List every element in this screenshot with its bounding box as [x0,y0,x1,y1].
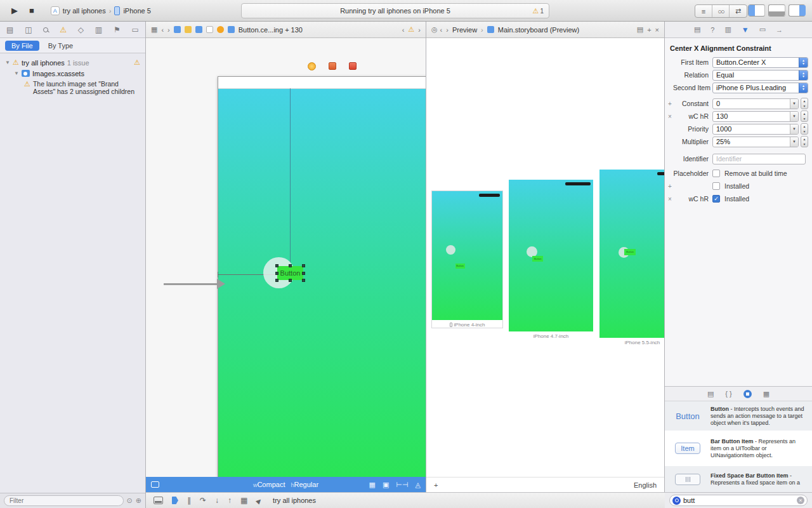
multiplier-combo[interactable]: 25% ▼ [712,137,799,147]
device-config-icon[interactable] [151,481,159,488]
folder-crumb-icon[interactable] [185,26,192,33]
resize-handle[interactable] [289,264,292,267]
hide-debug-area-icon[interactable] [154,497,163,504]
view-controller-icon[interactable] [308,62,316,70]
toggle-debug-area-button[interactable] [768,4,785,17]
resize-handle[interactable] [275,279,278,282]
remove-variation-icon[interactable]: × [667,113,673,120]
issue-count-badge[interactable]: ⚠ 1 [533,7,544,15]
symbol-navigator-icon[interactable]: ◫ [25,25,32,34]
breakpoints-toggle-icon[interactable] [172,497,178,504]
constant-combo[interactable]: 0 ▼ [712,98,799,109]
filter-recent-icon[interactable]: ⊙ [127,497,133,505]
storyboard-canvas[interactable]: Button [146,38,426,477]
assistant-editor-button[interactable]: ○○ [712,5,730,17]
file-inspector-icon[interactable]: ▤ [694,25,700,34]
assistant-mode-label[interactable]: Preview [452,26,477,34]
exit-segue-icon[interactable] [349,62,357,70]
issue-row[interactable]: ⚠ The launch image set "Brand Assets" ha… [3,79,143,95]
resize-handle[interactable] [302,272,305,275]
identifier-input[interactable] [712,154,806,164]
clear-search-icon[interactable]: × [797,497,804,504]
attributes-inspector-icon[interactable]: ▼ [742,25,749,34]
remove-variation-icon[interactable]: × [667,196,673,203]
constant-stepper[interactable]: ▲▼ [801,98,808,109]
second-item-popup[interactable]: iPhone 6 Plus.Leading ▲▼ [712,83,808,93]
version-editor-button[interactable]: ⇄ [730,5,747,17]
preview-language-button[interactable]: English [634,481,657,489]
run-button[interactable]: ▶ [11,6,18,15]
stack-icon[interactable]: ▦ [369,481,376,489]
priority-combo[interactable]: 1000 ▼ [712,124,799,135]
back-icon[interactable]: ‹ [440,26,443,34]
add-variation-icon[interactable]: + [667,183,673,190]
add-variation-icon[interactable]: + [667,100,673,107]
by-type-tab[interactable]: By Type [44,41,77,51]
identity-inspector-icon[interactable]: ▥ [724,25,731,34]
view-crumb-icon[interactable] [228,26,235,33]
file-template-library-icon[interactable]: ▤ [707,390,714,398]
project-crumb-icon[interactable] [174,26,181,33]
size-inspector-icon[interactable]: ▭ [759,25,766,34]
test-navigator-icon[interactable]: ◇ [78,25,84,34]
standard-editor-button[interactable]: ≡ [695,5,712,17]
gradient-view[interactable] [218,89,426,477]
filter-input[interactable] [4,495,124,506]
installed-variant-checkbox[interactable]: ✓ [712,195,720,203]
first-item-popup[interactable]: Button.Center X ▲▼ [712,57,808,68]
resize-handle[interactable] [275,264,278,267]
view-hierarchy-icon[interactable]: ▦ [240,496,247,505]
assistant-related-icon[interactable]: ◎ [431,25,436,34]
add-preview-device-button[interactable]: + [434,481,438,489]
library-item-fixed-space[interactable]: Fixed Space Bar Button Item - Represents… [665,466,812,492]
forward-icon[interactable]: › [446,26,449,34]
priority-stepper[interactable]: ▲▼ [801,123,808,135]
resize-handle[interactable] [289,279,292,282]
media-library-icon[interactable]: ▦ [763,390,769,398]
selected-ui-button[interactable]: Button [277,266,303,280]
scheme-selector[interactable]: A try all iphones › iPhone 5 [51,6,151,15]
multiplier-stepper[interactable]: ▲▼ [801,136,808,147]
resize-handle[interactable] [302,279,305,282]
constraint-crumb-label[interactable]: Button.ce...ing + 130 [239,26,303,34]
breakpoint-navigator-icon[interactable]: ⚑ [114,25,121,34]
resize-handle[interactable] [302,264,305,267]
align-icon[interactable]: ▣ [383,481,389,489]
jumpbar-warning-icon[interactable]: ⚠ [408,25,414,34]
view-controller-crumb-icon[interactable] [217,26,224,33]
disclosure-triangle-icon[interactable]: ▼ [5,60,10,65]
resize-handle[interactable] [275,272,278,275]
simulate-location-icon[interactable]: ▶ [255,496,263,504]
step-out-icon[interactable]: ↑ [228,496,232,505]
installed-checkbox[interactable] [712,182,720,190]
tracking-icon[interactable]: ▤ [637,25,643,34]
variant-constant-stepper[interactable]: ▲▼ [801,110,808,122]
asset-row[interactable]: ▼ Images.xcassets [3,68,143,79]
pause-icon[interactable]: ∥ [187,496,191,505]
storyboard-crumb-icon[interactable] [195,26,202,33]
assistant-file-label[interactable]: Main.storyboard (Preview) [498,26,579,34]
scheme-name[interactable]: try all iphones [63,7,106,15]
add-assistant-icon[interactable]: + [647,26,651,34]
stop-button[interactable]: ■ [29,6,34,15]
forward-icon[interactable]: › [167,26,170,34]
storyboard-crumb-icon[interactable] [487,26,494,33]
back-icon[interactable]: ‹ [161,26,164,34]
object-library-icon[interactable] [743,390,752,398]
quick-help-inspector-icon[interactable]: ? [710,26,714,34]
toggle-inspector-button[interactable] [789,4,806,17]
disclosure-triangle-icon[interactable]: ▼ [14,70,19,76]
relation-popup[interactable]: Equal ▲▼ [712,70,808,81]
close-assistant-icon[interactable]: × [655,26,659,34]
project-row[interactable]: ▼ ⚠ try all iphones 1 issue ⚠ [3,57,143,68]
resolve-autolayout-icon[interactable]: ◬ [416,481,421,489]
filter-scm-icon[interactable]: ⊕ [136,497,141,505]
debug-navigator-icon[interactable]: ▥ [95,25,102,34]
code-snippet-library-icon[interactable]: { } [725,390,731,398]
first-responder-icon[interactable] [329,62,336,70]
library-item-button[interactable]: Button Button - Intercepts touch events … [665,401,812,431]
connections-inspector-icon[interactable]: → [776,26,783,34]
view-controller-scene[interactable] [218,76,426,477]
library-item-bar-button[interactable]: Item Bar Button Item - Represents an ite… [665,431,812,466]
previous-issue-icon[interactable]: ‹ [402,26,405,34]
